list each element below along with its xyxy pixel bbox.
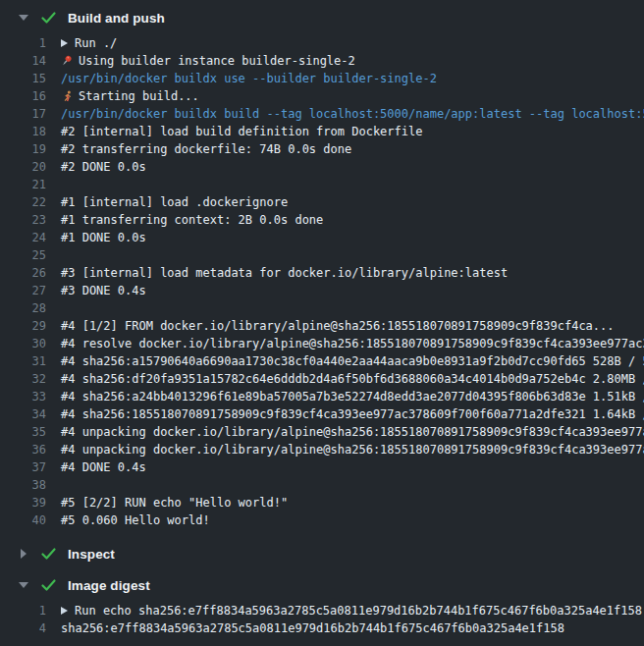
line-text: Using builder instance builder-single-2 [79,52,355,70]
log-line: 19 #2 transferring dockerfile: 74B 0.0s … [0,140,644,158]
line-number[interactable]: 29 [0,317,61,335]
line-number[interactable]: 24 [0,229,61,246]
log-line: 26 #3 [internal] load metadata for docke… [0,264,644,282]
check-icon [41,548,56,560]
log-line: 33 #4 sha256:a24bb4013296f61e89ba57005a7… [0,388,644,405]
pushpin-icon [61,55,74,68]
log-line: 38 [0,476,644,494]
line-number[interactable]: 25 [0,246,61,264]
line-number[interactable]: 14 [0,52,61,70]
section-title: Build and push [68,11,165,26]
line-number[interactable]: 16 [0,87,61,105]
log-line: 18 #2 [internal] load build definition f… [0,123,644,140]
line-text: #1 DONE 0.0s [61,229,146,246]
log-line: 31 #4 sha256:a15790640a6690aa1730c38cf0a… [0,352,644,370]
section-log: 1 Run ./ 14 Using builder instance build… [0,30,644,535]
line-number[interactable]: 22 [0,193,61,211]
log-section: Inspect [0,541,644,566]
line-text: #5 [2/2] RUN echo "Hello world!" [61,494,288,511]
log-line: 24 #1 DONE 0.0s [0,229,644,246]
line-text: sha256:e7ff8834a5963a2785c5a0811e979d16b… [61,619,564,637]
log-line: 23 #1 transferring context: 2B 0.0s done [0,211,644,229]
check-icon [41,12,56,24]
line-number[interactable]: 36 [0,441,61,458]
line-icon-slot [61,39,70,47]
runner-icon [61,90,74,103]
chevron-down-icon[interactable] [19,13,28,23]
line-text: #3 DONE 0.4s [61,282,146,299]
log-line: 29 #4 [1/2] FROM docker.io/library/alpin… [0,317,644,335]
line-number[interactable]: 19 [0,140,61,158]
log-line: 39 #5 [2/2] RUN echo "Hello world!" [0,494,644,511]
line-text: Starting build... [79,87,199,105]
log-line: 22 #1 [internal] load .dockerignore [0,193,644,211]
line-number[interactable]: 27 [0,282,61,299]
line-text: #4 resolve docker.io/library/alpine@sha2… [61,335,644,352]
line-text: /usr/bin/docker buildx build --tag local… [61,105,644,123]
line-number[interactable]: 26 [0,264,61,282]
chevron-down-icon[interactable] [19,580,28,590]
line-number[interactable]: 1 [0,602,61,619]
section-title: Image digest [68,578,150,593]
line-number[interactable]: 35 [0,423,61,441]
log-line: 14 Using builder instance builder-single… [0,52,644,70]
log-line: 17 /usr/bin/docker buildx build --tag lo… [0,105,644,123]
line-text: #4 sha256:a15790640a6690aa1730c38cf0a440… [61,352,644,370]
line-number[interactable]: 38 [0,476,61,494]
log-section: Image digest 1 Run echo sha256:e7ff8834a… [0,572,644,643]
line-number[interactable]: 20 [0,158,61,176]
chevron-right-icon[interactable] [19,549,28,559]
section-header[interactable]: Inspect [0,541,644,566]
line-icon-slot [61,55,74,68]
log-section: Build and push 1 Run ./ 14 Using builder… [0,5,644,535]
line-number[interactable]: 18 [0,123,61,140]
section-log: 1 Run echo sha256:e7ff8834a5963a2785c5a0… [0,598,644,643]
log-line: 30 #4 resolve docker.io/library/alpine@s… [0,335,644,352]
line-text: Run echo sha256:e7ff8834a5963a2785c5a081… [75,602,642,619]
line-number[interactable]: 39 [0,494,61,511]
line-icon-slot [61,607,70,615]
section-header[interactable]: Image digest [0,572,644,598]
line-text: /usr/bin/docker buildx use --builder bui… [61,70,437,87]
line-text: #5 0.060 Hello world! [61,511,210,529]
log-line: 15 /usr/bin/docker buildx use --builder … [0,70,644,87]
line-number[interactable]: 23 [0,211,61,229]
log-line: 37 #4 DONE 0.4s [0,458,644,476]
log-line: 27 #3 DONE 0.4s [0,282,644,299]
line-text: #3 [internal] load metadata for docker.i… [61,264,508,282]
section-title: Inspect [68,547,115,562]
line-number[interactable]: 40 [0,511,61,529]
line-text: #4 [1/2] FROM docker.io/library/alpine@s… [61,317,615,335]
line-number[interactable]: 17 [0,105,61,123]
line-number[interactable]: 4 [0,619,61,637]
log-line: 25 [0,246,644,264]
line-text: #1 transferring context: 2B 0.0s done [61,211,323,229]
line-number[interactable]: 37 [0,458,61,476]
line-text: #4 sha256:df20fa9351a15782c64e6dddb2d4a6… [61,370,644,388]
line-number[interactable]: 30 [0,335,61,352]
line-text: #4 sha256:185518070891758909c9f839cf4ca3… [61,405,644,423]
log-line: 28 [0,299,644,317]
log-line: 1 Run ./ [0,34,644,52]
line-number[interactable]: 28 [0,299,61,317]
line-number[interactable]: 15 [0,70,61,87]
log-line: 40 #5 0.060 Hello world! [0,511,644,529]
log-line: 20 #2 DONE 0.0s [0,158,644,176]
line-text: Run ./ [75,34,117,52]
line-text: #1 [internal] load .dockerignore [61,193,288,211]
run-toggle-icon[interactable] [61,39,68,47]
log-line: 35 #4 unpacking docker.io/library/alpine… [0,423,644,441]
log-line: 1 Run echo sha256:e7ff8834a5963a2785c5a0… [0,602,644,619]
section-header[interactable]: Build and push [0,5,644,30]
line-number[interactable]: 31 [0,352,61,370]
line-number[interactable]: 32 [0,370,61,388]
line-text: #4 unpacking docker.io/library/alpine@sh… [61,441,644,458]
line-number[interactable]: 21 [0,176,61,193]
line-text: #4 unpacking docker.io/library/alpine@sh… [61,423,644,441]
log-line: 21 [0,176,644,193]
line-icon-slot [61,90,74,103]
line-number[interactable]: 1 [0,34,61,52]
line-number[interactable]: 33 [0,388,61,405]
run-toggle-icon[interactable] [61,607,68,615]
line-number[interactable]: 34 [0,405,61,423]
